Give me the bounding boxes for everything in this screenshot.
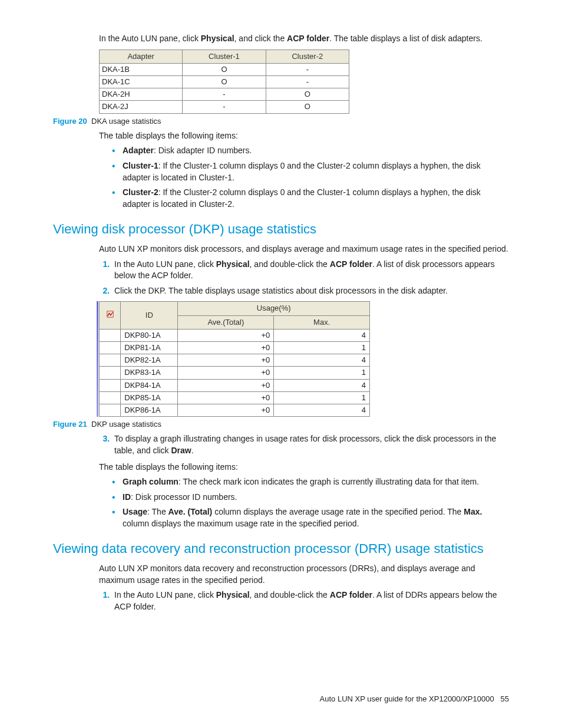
bold-term: Adapter <box>123 146 154 155</box>
cell: +0 <box>178 391 274 404</box>
list-item: Usage: The Ave. (Total) column displays … <box>112 506 509 529</box>
bullet-list-2: Graph column: The check mark icon indica… <box>53 476 509 529</box>
cell: DKA-2H <box>100 88 183 101</box>
text: , and double-click the <box>250 259 330 269</box>
cell: DKP82-1A <box>121 354 178 367</box>
text: In the Auto LUN pane, click <box>114 259 216 269</box>
col-cluster1: Cluster-1 <box>183 50 266 63</box>
paragraph: The table displays the following items: <box>99 130 509 142</box>
text: In the Auto LUN pane, click <box>114 590 216 599</box>
table-row: DKP86-1A+04 <box>100 404 370 416</box>
figure-title: DKP usage statistics <box>91 420 161 429</box>
cell: +0 <box>178 342 274 354</box>
dkp-table-wrap: ID Usage(%) Ave.(Total) Max. DKP80-1A+04… <box>99 301 509 417</box>
list-item: ID: Disk processor ID numbers. <box>112 492 509 503</box>
cell: DKP86-1A <box>121 404 178 416</box>
cell: 4 <box>274 354 370 367</box>
heading-dkp: Viewing disk processor (DKP) usage stati… <box>53 220 509 239</box>
col-usage: Usage(%) <box>178 302 370 315</box>
col-max: Max. <box>274 315 370 329</box>
text: In the Auto LUN pane, click <box>99 34 201 43</box>
intro-paragraph: In the Auto LUN pane, click Physical, an… <box>99 33 509 45</box>
cell <box>100 379 121 391</box>
bold-physical: Physical <box>216 590 250 599</box>
text: : The check mark icon indicates the grap… <box>178 477 479 486</box>
cell: DKP81-1A <box>121 342 178 354</box>
cell: +0 <box>178 329 274 341</box>
bold-physical: Physical <box>216 259 250 269</box>
ordered-list-dkp-cont: To display a graph illustrating changes … <box>53 433 509 456</box>
dkp-table: ID Usage(%) Ave.(Total) Max. DKP80-1A+04… <box>99 301 370 417</box>
list-item: Click the DKP. The table displays usage … <box>112 285 509 297</box>
bold-acp-folder: ACP folder <box>330 259 372 269</box>
col-adapter: Adapter <box>100 50 183 63</box>
table-row: DKA-1CO- <box>100 75 349 88</box>
cell <box>100 329 121 341</box>
cell: DKA-1C <box>100 75 183 88</box>
figure-number: Figure 20 <box>53 117 87 126</box>
figure-20-caption: Figure 20 DKA usage statistics <box>53 116 509 127</box>
table-row: DKP81-1A+01 <box>100 342 370 354</box>
table-header-row: Adapter Cluster-1 Cluster-2 <box>100 50 349 63</box>
scrollbar-indicator <box>97 301 98 417</box>
bold-term: ID <box>123 492 131 502</box>
text: , and click the <box>234 34 287 43</box>
list-item: In the Auto LUN pane, click Physical, an… <box>112 589 509 612</box>
table-row: DKA-2J-O <box>100 101 349 113</box>
bold-term: Cluster-1 <box>123 161 158 170</box>
cell: - <box>183 88 266 101</box>
bold-acp-folder: ACP folder <box>330 590 372 599</box>
table-row: DKP83-1A+01 <box>100 367 370 379</box>
cell <box>100 404 121 416</box>
list-item: Adapter: Disk adapter ID numbers. <box>112 145 509 157</box>
cell: - <box>266 63 349 75</box>
list-item: Graph column: The check mark icon indica… <box>112 476 509 488</box>
cell: - <box>266 75 349 88</box>
text: : Disk processor ID numbers. <box>131 492 237 502</box>
cell: 4 <box>274 379 370 391</box>
cell: 4 <box>274 329 370 341</box>
figure-number: Figure 21 <box>53 420 87 429</box>
cell: 4 <box>274 404 370 416</box>
text: : Disk adapter ID numbers. <box>154 146 252 155</box>
col-id: ID <box>121 302 178 329</box>
col-graph-icon <box>100 302 121 329</box>
table-row: DKP80-1A+04 <box>100 329 370 341</box>
cell: +0 <box>178 354 274 367</box>
col-cluster2: Cluster-2 <box>266 50 349 63</box>
bold-term: Usage <box>123 507 147 516</box>
dka-table: Adapter Cluster-1 Cluster-2 DKA-1BO- DKA… <box>99 50 349 114</box>
graph-check-icon <box>106 310 114 318</box>
figure-21-caption: Figure 21 DKP usage statistics <box>53 419 509 430</box>
cell: O <box>183 75 266 88</box>
cell <box>100 367 121 379</box>
bold-max: Max. <box>464 507 482 516</box>
paragraph: Auto LUN XP monitors data recovery and r… <box>99 563 509 586</box>
table-row: DKP82-1A+04 <box>100 354 370 367</box>
list-item: To display a graph illustrating changes … <box>112 433 509 456</box>
list-item: Cluster-1: If the Cluster-1 column displ… <box>112 160 509 183</box>
table-row: DKA-2H-O <box>100 88 349 101</box>
cell: - <box>183 101 266 113</box>
table-row: DKP84-1A+04 <box>100 379 370 391</box>
cell: O <box>266 101 349 113</box>
paragraph: The table displays the following items: <box>99 462 509 473</box>
cell <box>100 342 121 354</box>
cell: 1 <box>274 391 370 404</box>
text: : If the Cluster-1 column displays 0 and… <box>123 161 481 182</box>
cell: O <box>266 88 349 101</box>
bold-term: Cluster-2 <box>123 187 158 197</box>
bullet-list-1: Adapter: Disk adapter ID numbers. Cluste… <box>53 145 509 210</box>
cell <box>100 391 121 404</box>
list-item: In the Auto LUN pane, click Physical, an… <box>112 259 509 282</box>
table-row: DKP85-1A+01 <box>100 391 370 404</box>
bold-ave: Ave. (Total) <box>168 507 213 516</box>
cell: 1 <box>274 342 370 354</box>
cell: +0 <box>178 379 274 391</box>
col-ave: Ave.(Total) <box>178 315 274 329</box>
heading-drr: Viewing data recovery and reconstruction… <box>53 540 509 558</box>
bold-acp-folder: ACP folder <box>287 34 329 43</box>
cell: 1 <box>274 367 370 379</box>
paragraph: Auto LUN XP monitors disk processors, an… <box>99 243 509 255</box>
text: , and double-click the <box>250 590 330 599</box>
